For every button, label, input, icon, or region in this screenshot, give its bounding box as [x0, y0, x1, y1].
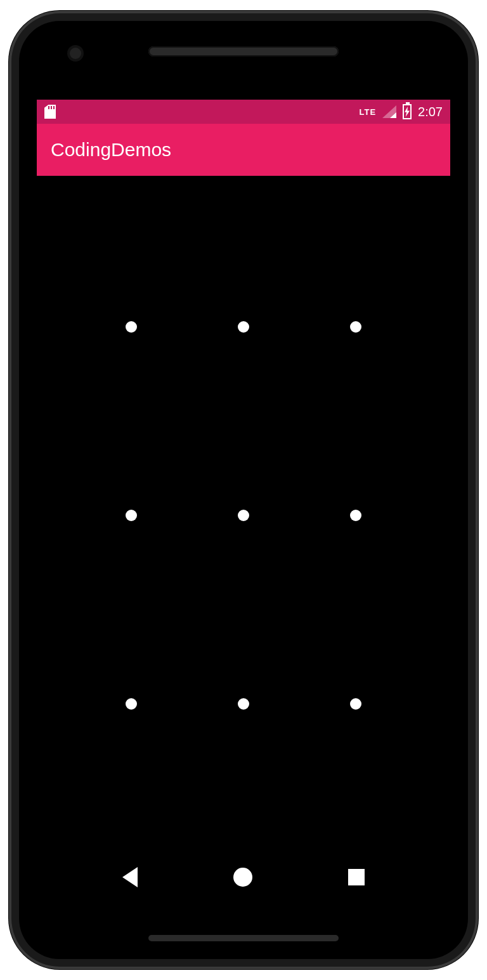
pattern-dot-5[interactable] — [238, 510, 249, 521]
front-camera — [70, 48, 81, 59]
signal-icon — [382, 105, 396, 118]
pattern-lock[interactable] — [37, 176, 450, 855]
status-right: LTE 2:07 — [359, 104, 443, 119]
pattern-dot-4[interactable] — [126, 510, 137, 521]
navigation-bar — [37, 855, 450, 906]
phone-body: LTE 2:07 CodingDemos — [9, 11, 478, 969]
earpiece-speaker — [148, 46, 339, 56]
bottom-speaker — [148, 935, 339, 941]
app-title: CodingDemos — [51, 139, 171, 161]
pattern-dot-9[interactable] — [350, 698, 361, 710]
pattern-dot-1[interactable] — [126, 321, 137, 333]
pattern-dot-2[interactable] — [238, 321, 249, 333]
charging-bolt-icon — [405, 107, 410, 117]
device-frame: LTE 2:07 CodingDemos — [0, 0, 487, 980]
nav-recent-button[interactable] — [348, 869, 365, 885]
status-bar: LTE 2:07 — [37, 100, 450, 124]
network-type-label: LTE — [359, 107, 376, 117]
app-bar: CodingDemos — [37, 124, 450, 176]
battery-charging-icon — [403, 104, 412, 119]
status-clock: 2:07 — [418, 105, 443, 119]
screen: LTE 2:07 CodingDemos — [37, 100, 450, 906]
status-left — [44, 105, 56, 119]
pattern-dot-8[interactable] — [238, 698, 249, 710]
pattern-dot-6[interactable] — [350, 510, 361, 521]
nav-home-button[interactable] — [233, 868, 252, 887]
pattern-dot-3[interactable] — [350, 321, 361, 333]
nav-back-button[interactable] — [122, 867, 138, 887]
sd-card-icon — [44, 105, 56, 119]
pattern-dot-7[interactable] — [126, 698, 137, 710]
